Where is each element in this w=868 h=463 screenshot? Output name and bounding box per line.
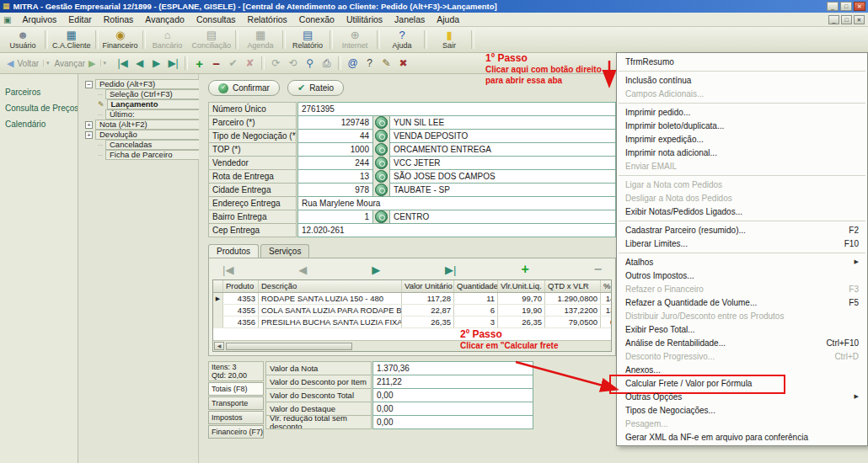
lookup-button[interactable] [375,116,388,129]
context-menu-item[interactable]: Anexos... [617,363,867,376]
tree-expander-icon[interactable] [85,81,93,88]
delete-record-icon[interactable]: − [211,57,222,70]
conciliacao-button[interactable]: ▤ Conciliação [189,28,235,51]
tree-item[interactable]: Lançamento [80,99,198,109]
grid-first-icon[interactable]: |◀ [222,263,233,276]
context-menu-item[interactable]: Análise de Rentabilidade... Ctrl+F10 [617,336,867,349]
menu-item[interactable]: Consultas [190,13,242,25]
close-grid-icon[interactable]: ✖ [398,57,409,70]
context-menu-item[interactable]: Pesagem... [617,417,867,430]
column-header[interactable]: Quantidade [454,280,498,292]
field-text-input[interactable]: SÃO JOSE DOS CAMPOS [389,169,616,184]
context-menu-item[interactable]: Exibir Notas/Pedidos Ligados... [617,205,867,218]
ca-cliente-button[interactable]: ▦ C.A.Cliente [49,28,94,51]
context-menu-item[interactable]: Imprimir expedição... [617,132,867,146]
tree-expander-icon[interactable] [85,121,93,129]
context-menu-item[interactable]: Outras Opções [617,390,867,403]
table-row[interactable]: 4356 PRESILHA BUCHA SANTA LUZIA FIXACA 2… [213,317,611,328]
undo-icon[interactable]: ⟲ [287,57,298,70]
tree-item[interactable]: Seleção (Ctrl+F3) [80,89,198,99]
column-header[interactable]: Vlr.Unit.Liq. [498,280,545,292]
menu-item[interactable]: Janelas [388,13,431,25]
grid-add-icon[interactable]: + [521,262,528,277]
sidebar-link[interactable]: Parceiros [0,84,78,100]
help-icon[interactable]: ? [364,57,375,70]
tree-item[interactable]: Nota (Alt+F2) [80,120,198,130]
column-header[interactable]: % Desc. [601,280,611,292]
toolbar-button[interactable] [45,30,48,49]
menu-item[interactable]: Relatórios [242,13,293,25]
field-value-input[interactable]: 12.020-261 [297,223,616,237]
lookup-button[interactable] [375,157,388,169]
context-menu-item[interactable]: Atalhos [617,255,867,269]
column-header[interactable]: Valor Unitário [402,280,454,292]
field-text-input[interactable]: YUN SIL LEE [389,115,616,130]
email-at-icon[interactable]: @ [347,57,358,70]
next-record-icon[interactable]: ▶ [151,57,162,70]
grid-last-icon[interactable]: ▶| [445,263,456,276]
context-menu-item[interactable]: TfrmResumo [617,55,867,68]
field-text-input[interactable]: TAUBATE - SP [389,183,616,197]
menu-item[interactable]: Rotinas [98,13,140,25]
rateio-button[interactable]: ✔ Rateio [287,80,344,96]
agenda-button[interactable]: ▦ Agenda [239,28,281,51]
menu-item[interactable]: Arquivos [16,13,62,25]
close-button[interactable]: ✕ [854,2,865,11]
table-row[interactable]: 4353 RODAPE SANTA LUZIA 150 - 480 117,28… [213,293,611,305]
financeiro-button[interactable]: ◉ Financeiro [99,28,142,51]
tree-item[interactable]: Ficha de Parceiro [80,150,198,160]
context-menu-item[interactable]: Ligar a Nota com Pedidos [617,178,867,191]
context-menu-item[interactable]: Desconto Progressivo... Ctrl+D [617,349,867,363]
menu-item[interactable]: Conexão [293,13,340,25]
toolbar-button[interactable] [142,30,146,49]
context-menu-item[interactable]: Campos Adicionais... [617,87,867,100]
context-menu-item[interactable]: Inclusão contínua [617,73,867,87]
field-code-input[interactable]: 13 [297,169,373,184]
context-menu-item[interactable]: Outros Impostos... [617,269,867,282]
context-menu-item[interactable]: Gerar XML da NF-e em arquivo para confer… [617,430,867,444]
maximize-button[interactable]: □ [840,2,852,11]
grid-remove-icon[interactable]: − [594,262,602,277]
cancel-record-icon[interactable]: ✘ [244,57,255,70]
menu-item[interactable]: Utilitários [340,13,388,25]
context-menu-item[interactable]: Distribuir Juro/Desconto entre os Produt… [617,309,867,322]
post-record-icon[interactable]: ✔ [228,57,238,70]
back-button[interactable]: ◀ Voltar ▾ [4,56,52,71]
tree-expander-icon[interactable] [85,131,93,139]
field-code-input[interactable]: 1000 [297,142,373,157]
totals-tab-button[interactable]: Financeiro (F7) [208,425,264,439]
usuario-button[interactable]: ☻ Usuário [2,28,44,51]
scroll-left-icon[interactable] [214,342,224,350]
back-dropdown-icon[interactable]: ▾ [43,60,50,67]
lookup-button[interactable] [375,170,388,183]
search-icon[interactable]: ⚲ [304,57,315,70]
context-menu-item[interactable]: Desligar a Nota dos Pedidos [617,191,867,205]
total-field-value[interactable]: 0,00 [372,415,533,429]
nav-icon[interactable] [261,56,265,70]
menu-item[interactable]: Avançado [139,13,190,25]
field-code-input[interactable]: 978 [297,183,373,197]
mdi-restore-button[interactable]: □ [841,15,852,24]
field-text-input[interactable]: VCC JETER [389,156,616,170]
tab-servicos[interactable]: Serviços [260,244,309,258]
relatorio-button[interactable]: ▤ Relatório [287,28,329,51]
field-code-input[interactable]: 129748 [297,115,373,130]
forward-dropdown-icon[interactable]: ▾ [100,60,107,67]
menu-item-calcular-frete[interactable]: Calcular Frete / Valor por Fórmula [617,376,867,390]
column-header[interactable]: Descrição [259,280,402,292]
toolbar-button[interactable] [282,30,286,49]
field-code-input[interactable]: 1 [297,210,373,224]
bancario-button[interactable]: ⌂ Bancário [147,28,189,51]
context-menu-item[interactable]: Enviar EMAIL [617,159,867,173]
context-menu-item[interactable]: Imprimir boleto/duplicata... [617,119,867,132]
ajuda-button[interactable]: ? Ajuda [381,28,423,51]
total-field-value[interactable]: 1.370,36 [372,361,533,375]
tree-item[interactable]: Devolução [80,130,198,140]
field-code-input[interactable]: 244 [297,156,373,170]
confirmar-button[interactable]: Confirmar [208,80,280,96]
context-menu-item[interactable]: Exibir Peso Total... [617,322,867,336]
mdi-minimize-button[interactable]: _ [828,15,839,24]
context-menu-item[interactable]: Refazer a Quantidade de Volume... F5 [617,295,867,309]
internet-button[interactable]: ⊕ Internet [334,28,376,51]
tree-item[interactable]: Canceladas [80,140,198,150]
